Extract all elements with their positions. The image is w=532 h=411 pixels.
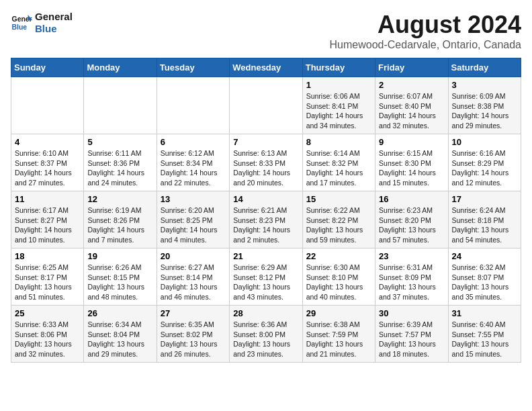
- calendar-cell: 15Sunrise: 6:22 AM Sunset: 8:22 PM Dayli…: [302, 191, 375, 248]
- day-info: Sunrise: 6:21 AM Sunset: 8:23 PM Dayligh…: [233, 205, 298, 245]
- day-info: Sunrise: 6:16 AM Sunset: 8:29 PM Dayligh…: [452, 148, 517, 188]
- calendar-cell: 27Sunrise: 6:35 AM Sunset: 8:02 PM Dayli…: [157, 306, 229, 363]
- header: General Blue General Blue August 2024 Hu…: [11, 11, 521, 51]
- calendar-cell: 19Sunrise: 6:26 AM Sunset: 8:15 PM Dayli…: [84, 248, 157, 306]
- day-info: Sunrise: 6:32 AM Sunset: 8:07 PM Dayligh…: [452, 263, 517, 302]
- day-info: Sunrise: 6:10 AM Sunset: 8:37 PM Dayligh…: [15, 148, 80, 188]
- header-cell-saturday: Saturday: [448, 58, 521, 77]
- calendar-cell: 11Sunrise: 6:17 AM Sunset: 8:27 PM Dayli…: [11, 191, 84, 248]
- title-area: August 2024 Humewood-Cedarvale, Ontario,…: [330, 11, 521, 51]
- week-row-5: 25Sunrise: 6:33 AM Sunset: 8:06 PM Dayli…: [11, 306, 521, 363]
- day-info: Sunrise: 6:17 AM Sunset: 8:27 PM Dayligh…: [15, 205, 80, 245]
- day-number: 15: [306, 194, 371, 204]
- day-number: 13: [161, 194, 226, 204]
- calendar-cell: 3Sunrise: 6:09 AM Sunset: 8:38 PM Daylig…: [448, 77, 521, 134]
- day-number: 23: [379, 251, 444, 261]
- calendar-cell: 8Sunrise: 6:14 AM Sunset: 8:32 PM Daylig…: [302, 134, 375, 191]
- day-number: 12: [87, 194, 152, 204]
- day-info: Sunrise: 6:13 AM Sunset: 8:33 PM Dayligh…: [233, 148, 298, 188]
- day-number: 8: [306, 137, 371, 147]
- day-info: Sunrise: 6:24 AM Sunset: 8:18 PM Dayligh…: [452, 205, 517, 245]
- day-info: Sunrise: 6:25 AM Sunset: 8:17 PM Dayligh…: [15, 263, 80, 302]
- header-cell-thursday: Thursday: [302, 58, 375, 77]
- day-info: Sunrise: 6:06 AM Sunset: 8:41 PM Dayligh…: [306, 91, 371, 131]
- logo-icon: General Blue: [11, 12, 32, 34]
- day-number: 30: [379, 308, 444, 318]
- day-number: 14: [233, 194, 298, 204]
- day-info: Sunrise: 6:20 AM Sunset: 8:25 PM Dayligh…: [161, 205, 226, 245]
- calendar-cell: [230, 77, 302, 134]
- calendar-cell: 1Sunrise: 6:06 AM Sunset: 8:41 PM Daylig…: [302, 77, 375, 134]
- week-row-4: 18Sunrise: 6:25 AM Sunset: 8:17 PM Dayli…: [11, 248, 521, 306]
- calendar-cell: 13Sunrise: 6:20 AM Sunset: 8:25 PM Dayli…: [157, 191, 229, 248]
- header-cell-monday: Monday: [84, 58, 157, 77]
- day-info: Sunrise: 6:34 AM Sunset: 8:04 PM Dayligh…: [87, 320, 152, 359]
- calendar-cell: 12Sunrise: 6:19 AM Sunset: 8:26 PM Dayli…: [84, 191, 157, 248]
- day-number: 25: [15, 308, 80, 318]
- calendar-cell: 22Sunrise: 6:30 AM Sunset: 8:10 PM Dayli…: [302, 248, 375, 306]
- day-info: Sunrise: 6:19 AM Sunset: 8:26 PM Dayligh…: [87, 205, 152, 245]
- calendar-cell: [84, 77, 157, 134]
- header-cell-sunday: Sunday: [11, 58, 84, 77]
- calendar-cell: 14Sunrise: 6:21 AM Sunset: 8:23 PM Dayli…: [230, 191, 302, 248]
- day-number: 4: [15, 137, 80, 147]
- day-number: 11: [15, 194, 80, 204]
- day-info: Sunrise: 6:23 AM Sunset: 8:20 PM Dayligh…: [379, 205, 444, 245]
- day-number: 28: [233, 308, 298, 318]
- calendar-cell: 30Sunrise: 6:39 AM Sunset: 7:57 PM Dayli…: [375, 306, 448, 363]
- calendar-body: 1Sunrise: 6:06 AM Sunset: 8:41 PM Daylig…: [11, 77, 521, 363]
- calendar-cell: 24Sunrise: 6:32 AM Sunset: 8:07 PM Dayli…: [448, 248, 521, 306]
- day-number: 10: [452, 137, 517, 147]
- day-info: Sunrise: 6:09 AM Sunset: 8:38 PM Dayligh…: [452, 91, 517, 131]
- calendar-cell: 28Sunrise: 6:36 AM Sunset: 8:00 PM Dayli…: [230, 306, 302, 363]
- day-number: 26: [87, 308, 152, 318]
- day-info: Sunrise: 6:36 AM Sunset: 8:00 PM Dayligh…: [233, 320, 298, 359]
- day-info: Sunrise: 6:38 AM Sunset: 7:59 PM Dayligh…: [306, 320, 371, 359]
- header-cell-wednesday: Wednesday: [230, 58, 302, 77]
- svg-text:Blue: Blue: [12, 24, 28, 31]
- calendar-cell: 26Sunrise: 6:34 AM Sunset: 8:04 PM Dayli…: [84, 306, 157, 363]
- day-number: 7: [233, 137, 298, 147]
- day-info: Sunrise: 6:11 AM Sunset: 8:36 PM Dayligh…: [87, 148, 152, 188]
- week-row-3: 11Sunrise: 6:17 AM Sunset: 8:27 PM Dayli…: [11, 191, 521, 248]
- calendar-cell: 18Sunrise: 6:25 AM Sunset: 8:17 PM Dayli…: [11, 248, 84, 306]
- header-cell-friday: Friday: [375, 58, 448, 77]
- day-number: 21: [233, 251, 298, 261]
- day-info: Sunrise: 6:40 AM Sunset: 7:55 PM Dayligh…: [452, 320, 517, 359]
- day-info: Sunrise: 6:27 AM Sunset: 8:14 PM Dayligh…: [161, 263, 226, 302]
- subtitle: Humewood-Cedarvale, Ontario, Canada: [330, 39, 521, 51]
- calendar-cell: 10Sunrise: 6:16 AM Sunset: 8:29 PM Dayli…: [448, 134, 521, 191]
- day-number: 3: [452, 80, 517, 90]
- logo-line2: Blue: [35, 23, 73, 35]
- day-number: 6: [161, 137, 226, 147]
- calendar-cell: 29Sunrise: 6:38 AM Sunset: 7:59 PM Dayli…: [302, 306, 375, 363]
- day-number: 31: [452, 308, 517, 318]
- week-row-1: 1Sunrise: 6:06 AM Sunset: 8:41 PM Daylig…: [11, 77, 521, 134]
- calendar-cell: 16Sunrise: 6:23 AM Sunset: 8:20 PM Dayli…: [375, 191, 448, 248]
- day-info: Sunrise: 6:22 AM Sunset: 8:22 PM Dayligh…: [306, 205, 371, 245]
- calendar-table: SundayMondayTuesdayWednesdayThursdayFrid…: [11, 58, 521, 363]
- day-info: Sunrise: 6:39 AM Sunset: 7:57 PM Dayligh…: [379, 320, 444, 359]
- day-info: Sunrise: 6:15 AM Sunset: 8:30 PM Dayligh…: [379, 148, 444, 188]
- week-row-2: 4Sunrise: 6:10 AM Sunset: 8:37 PM Daylig…: [11, 134, 521, 191]
- day-info: Sunrise: 6:31 AM Sunset: 8:09 PM Dayligh…: [379, 263, 444, 302]
- day-number: 29: [306, 308, 371, 318]
- calendar-header: SundayMondayTuesdayWednesdayThursdayFrid…: [11, 58, 521, 77]
- calendar-cell: [11, 77, 84, 134]
- calendar-cell: 17Sunrise: 6:24 AM Sunset: 8:18 PM Dayli…: [448, 191, 521, 248]
- calendar-cell: 21Sunrise: 6:29 AM Sunset: 8:12 PM Dayli…: [230, 248, 302, 306]
- calendar-cell: 31Sunrise: 6:40 AM Sunset: 7:55 PM Dayli…: [448, 306, 521, 363]
- day-info: Sunrise: 6:30 AM Sunset: 8:10 PM Dayligh…: [306, 263, 371, 302]
- day-number: 5: [87, 137, 152, 147]
- logo: General Blue General Blue: [11, 11, 73, 35]
- day-number: 19: [87, 251, 152, 261]
- day-number: 18: [15, 251, 80, 261]
- day-number: 24: [452, 251, 517, 261]
- main-title: August 2024: [330, 11, 521, 39]
- day-number: 2: [379, 80, 444, 90]
- day-info: Sunrise: 6:07 AM Sunset: 8:40 PM Dayligh…: [379, 91, 444, 131]
- calendar-cell: 20Sunrise: 6:27 AM Sunset: 8:14 PM Dayli…: [157, 248, 229, 306]
- day-info: Sunrise: 6:26 AM Sunset: 8:15 PM Dayligh…: [87, 263, 152, 302]
- day-number: 22: [306, 251, 371, 261]
- logo-line1: General: [35, 11, 73, 23]
